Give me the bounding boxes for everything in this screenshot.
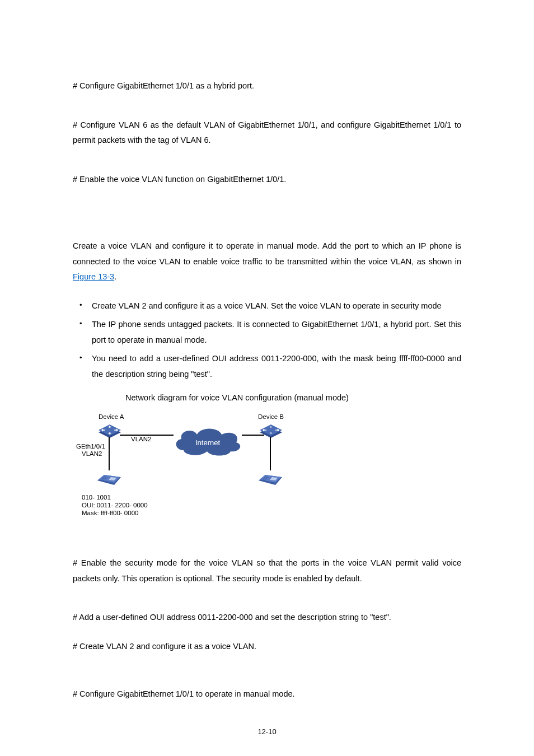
list-item: The IP phone sends untagged packets. It … (92, 317, 461, 348)
label-device-a: Device A (99, 411, 124, 423)
paragraph: # Create VLAN 2 and configure it as a vo… (73, 639, 461, 655)
bullet-list: Create VLAN 2 and configure it as a voic… (73, 298, 461, 382)
page-number: 12-10 (0, 725, 534, 739)
figure-link[interactable]: Figure 13-3 (73, 272, 114, 281)
intro-paragraph: Create a voice VLAN and configure it to … (73, 239, 461, 285)
intro-text-b: . (114, 272, 116, 281)
internet-label: Internet (171, 436, 244, 450)
paragraph: # Configure GigabitEthernet 1/0/1 as a h… (73, 78, 461, 94)
label-mask: Mask: ffff-ff00- 0000 (82, 507, 138, 520)
label-vlan2-link: VLAN2 (131, 433, 151, 446)
ip-phone-b-icon (259, 469, 282, 486)
paragraph: # Configure VLAN 6 as the default VLAN o… (73, 118, 461, 148)
paragraph: # Add a user-defined OUI address 0011-22… (73, 610, 461, 626)
label-device-b: Device B (258, 411, 284, 423)
figure-caption: Network diagram for voice VLAN configura… (73, 390, 461, 406)
label-vlan2-port: VLAN2 (82, 448, 102, 460)
network-diagram: Device A Device B Internet (76, 411, 289, 523)
list-item: You need to add a user-defined OUI addre… (92, 351, 461, 382)
device-a-icon (99, 422, 121, 438)
paragraph: # Configure GigabitEthernet 1/0/1 to ope… (73, 687, 461, 702)
intro-text-a: Create a voice VLAN and configure it to … (73, 241, 461, 266)
paragraph: # Enable the security mode for the voice… (73, 556, 461, 586)
internet-cloud: Internet (171, 427, 244, 457)
paragraph: # Enable the voice VLAN function on Giga… (73, 172, 461, 188)
device-b-icon (260, 422, 282, 438)
list-item: Create VLAN 2 and configure it as a voic… (92, 298, 461, 314)
ip-phone-a-icon (97, 469, 121, 486)
